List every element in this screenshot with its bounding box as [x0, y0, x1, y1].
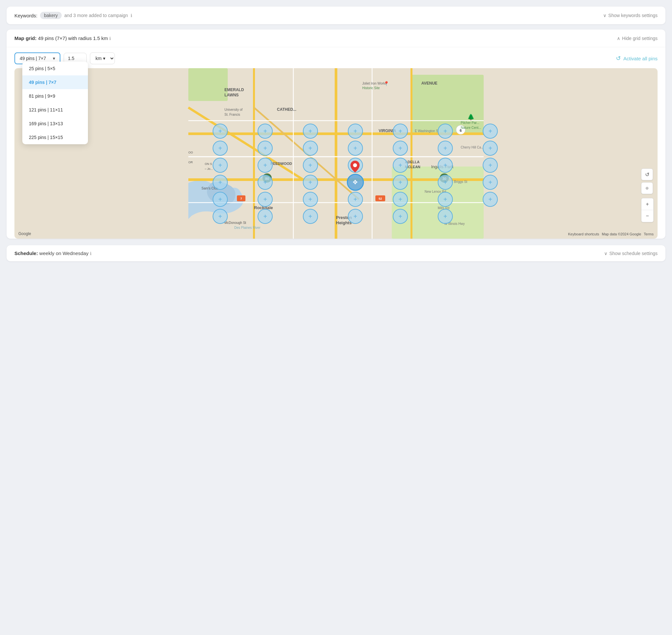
svg-text:52: 52 [379, 197, 382, 200]
schedule-section: Schedule: weekly on Wednesday ℹ [15, 250, 91, 256]
pin-circle[interactable]: + [438, 158, 453, 173]
map-grid-title-rest: 49 pins (7×7) with radius 1.5 km [37, 36, 108, 41]
svg-text:Joliet Iron Works: Joliet Iron Works [362, 82, 386, 85]
show-keywords-settings-button[interactable]: ∨ Show keywords settings [603, 13, 657, 18]
svg-text:Historic Site: Historic Site [362, 86, 380, 90]
pin-circle[interactable]: + [438, 140, 453, 156]
pin-circle[interactable]: + [393, 192, 408, 207]
pins-chevron-icon: ▾ [53, 56, 55, 61]
schedule-chevron-icon: ∨ [604, 251, 607, 256]
pin-circle[interactable]: + [393, 175, 408, 190]
pin-circle[interactable]: + [213, 209, 228, 224]
pin-circle[interactable]: + [303, 192, 318, 207]
pin-circle[interactable]: + [348, 158, 363, 173]
map-adjust-button[interactable]: ⊕ [641, 182, 653, 194]
pin-circle[interactable]: + [483, 175, 498, 190]
pin-circle[interactable]: + [257, 124, 273, 139]
pin-circle[interactable]: + [257, 140, 273, 156]
map-background: 6 30 80 7 52 EMERALD LAWNS University of… [15, 68, 657, 239]
map-grid-title-bold: Map grid: [15, 36, 37, 41]
svg-text:Pilcher Par...: Pilcher Par... [461, 121, 479, 125]
svg-text:🌲: 🌲 [467, 113, 475, 121]
pin-circle[interactable]: + [438, 192, 453, 207]
pin-circle[interactable]: + [438, 124, 453, 139]
svg-text:Nature Cent...: Nature Cent... [461, 126, 481, 130]
pin-circle[interactable]: + [213, 192, 228, 207]
pin-circle[interactable]: + [213, 158, 228, 173]
map-container[interactable]: 6 30 80 7 52 EMERALD LAWNS University of… [15, 68, 657, 239]
show-keywords-label: Show keywords settings [608, 13, 657, 18]
pin-circle[interactable]: + [348, 124, 363, 139]
pin-center[interactable]: ✥ [347, 174, 364, 191]
dropdown-item-169[interactable]: 169 pins | 13×13 [22, 117, 88, 130]
svg-text:OR: OR [188, 161, 193, 164]
dropdown-item-81[interactable]: 81 pins | 9×9 [22, 89, 88, 103]
pin-circle[interactable]: + [483, 192, 498, 207]
svg-text:7: 7 [240, 197, 242, 200]
pin-circle[interactable]: + [393, 140, 408, 156]
unit-select[interactable]: km ▾ mi [90, 52, 115, 64]
pin-circle[interactable]: + [257, 209, 273, 224]
pin-circle[interactable]: + [303, 124, 318, 139]
keywords-label: Keywords: [15, 13, 37, 18]
pin-circle[interactable]: + [438, 209, 453, 224]
pin-circle[interactable]: + [303, 140, 318, 156]
svg-rect-2 [188, 68, 228, 101]
pin-circle[interactable]: + [303, 209, 318, 224]
zoom-in-button[interactable]: + [642, 198, 653, 210]
map-attribution: Keyboard shortcuts Map data ©2024 Google… [568, 232, 654, 236]
svg-text:ON S: ON S [205, 162, 212, 166]
svg-text:EMERALD: EMERALD [225, 88, 244, 92]
pin-circle[interactable]: + [213, 124, 228, 139]
pin-circle[interactable]: + [303, 175, 318, 190]
pin-circle[interactable]: + [348, 209, 363, 224]
map-grid-info-icon[interactable]: ℹ [109, 36, 111, 41]
pin-circle[interactable]: + [257, 158, 273, 173]
keywords-section: Keywords: bakery and 3 more added to cam… [15, 12, 132, 19]
map-grid-card: Map grid: 49 pins (7×7) with radius 1.5 … [6, 29, 666, 239]
pin-circle[interactable]: + [438, 175, 453, 190]
dropdown-item-25[interactable]: 25 pins | 5×5 [22, 62, 88, 75]
svg-text:St. Francis: St. Francis [225, 113, 240, 116]
dropdown-item-121[interactable]: 121 pins | 11×11 [22, 103, 88, 117]
keyboard-shortcuts-link[interactable]: Keyboard shortcuts [568, 232, 599, 236]
pin-circle[interactable]: + [348, 140, 363, 156]
svg-text:REEDWOOD: REEDWOOD [270, 161, 292, 166]
move-icon: ✥ [353, 179, 358, 186]
pin-circle[interactable]: + [257, 192, 273, 207]
pin-circle[interactable]: + [483, 124, 498, 139]
map-footer: Google [18, 232, 31, 236]
pin-circle[interactable]: + [213, 175, 228, 190]
pin-circle[interactable]: + [303, 158, 318, 173]
pin-circle[interactable]: + [393, 124, 408, 139]
dropdown-item-225[interactable]: 225 pins | 15×15 [22, 130, 88, 144]
keywords-info-icon[interactable]: ℹ [131, 13, 132, 18]
pin-circle[interactable]: + [213, 140, 228, 156]
pin-circle[interactable]: + [257, 175, 273, 190]
map-grid-title: Map grid: 49 pins (7×7) with radius 1.5 … [15, 36, 111, 41]
svg-text:CATHED...: CATHED... [277, 107, 296, 112]
show-schedule-settings-button[interactable]: ∨ Show schedule settings [604, 251, 657, 256]
svg-text:E Washington S: E Washington S [415, 129, 438, 133]
pin-circle[interactable]: + [393, 158, 408, 173]
pin-circle[interactable]: + [393, 209, 408, 224]
pin-circle[interactable]: + [348, 192, 363, 207]
chevron-down-icon: ∨ [603, 13, 606, 18]
svg-text:AVENUE: AVENUE [421, 81, 437, 86]
pin-circle[interactable]: + [483, 140, 498, 156]
map-reset-button[interactable]: ↺ [641, 169, 653, 180]
schedule-info-icon[interactable]: ℹ [90, 251, 91, 256]
pin-circle[interactable]: + [483, 158, 498, 173]
pins-dropdown-menu: 25 pins | 5×5 49 pins | 7×7 81 pins | 9×… [22, 62, 88, 144]
hide-grid-settings-button[interactable]: ∧ Hide grid settings [617, 36, 657, 41]
zoom-out-button[interactable]: − [642, 210, 653, 222]
map-svg: 6 30 80 7 52 EMERALD LAWNS University of… [15, 68, 657, 239]
terms-link[interactable]: Terms [644, 232, 654, 236]
dropdown-item-49[interactable]: 49 pins | 7×7 [22, 75, 88, 89]
pins-select-label: 49 pins | 7×7 [20, 56, 46, 61]
activate-all-pins-button[interactable]: ↺ Activate all pins [616, 55, 657, 62]
keyword-chip[interactable]: bakery [40, 12, 62, 19]
svg-text:University of: University of [225, 108, 243, 111]
activate-all-label: Activate all pins [624, 56, 657, 61]
svg-text:📍: 📍 [383, 81, 390, 87]
